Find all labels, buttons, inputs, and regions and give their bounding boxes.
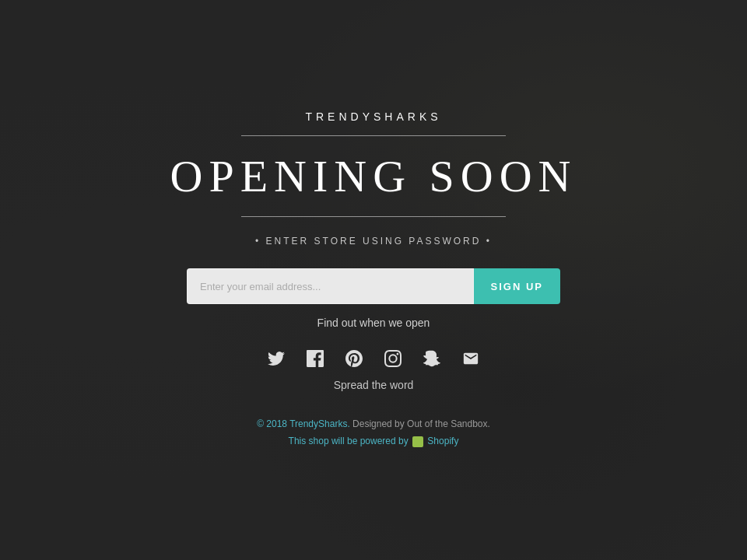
footer-copyright: © 2018 TrendySharks. Designed by Out of … [257,416,490,433]
opening-soon-heading: OPENING SOON [170,152,577,201]
powered-text: This shop will be powered by [289,436,409,446]
powered-by-link[interactable]: This shop will be powered by Shopify [289,436,459,446]
twitter-icon[interactable] [264,346,289,371]
facebook-icon[interactable] [303,346,328,371]
signup-button[interactable]: SIGN UP [474,268,560,304]
snapchat-icon[interactable] [419,346,444,371]
shopify-badge-icon [412,436,423,447]
find-out-text: Find out when we open [317,317,430,329]
email-input[interactable] [187,268,474,304]
spread-word-text: Spread the word [334,379,414,391]
divider-top [241,135,506,136]
copyright-link[interactable]: © 2018 TrendySharks. [257,418,350,429]
divider-bottom [241,216,506,217]
signup-row: SIGN UP [187,268,560,304]
password-label: • ENTER STORE USING PASSWORD • [255,236,492,247]
pinterest-icon[interactable] [342,346,366,371]
social-icons-row [264,346,483,371]
main-container: TRENDYSHARKS OPENING SOON • ENTER STORE … [101,110,646,450]
shopify-label: Shopify [427,436,458,446]
footer: © 2018 TrendySharks. Designed by Out of … [257,416,490,450]
powered-by-row: This shop will be powered by Shopify [257,433,490,450]
designed-by-text: Designed by Out of the Sandbox. [352,418,490,429]
email-social-icon[interactable] [458,346,483,371]
instagram-icon[interactable] [381,346,405,371]
brand-name: TRENDYSHARKS [305,110,441,123]
